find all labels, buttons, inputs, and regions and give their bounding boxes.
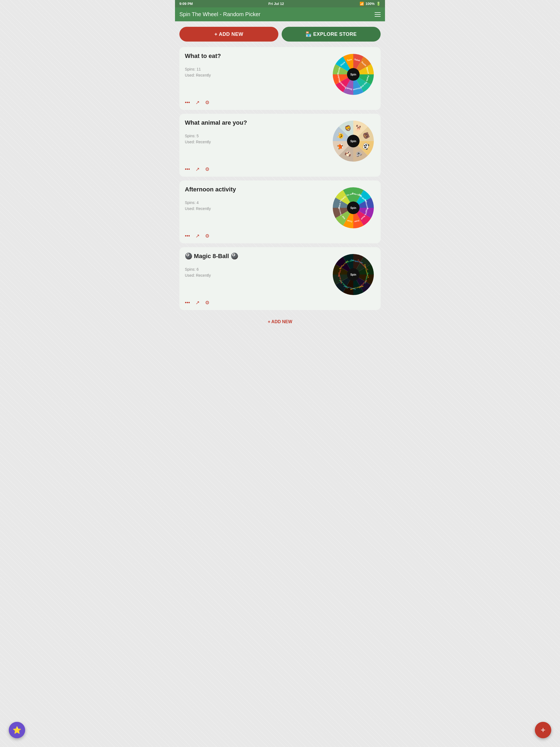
main-content: + ADD NEW 🏪 EXPLORE STORE What to eat? S… xyxy=(175,21,385,335)
settings-icon-animal[interactable]: ⚙ xyxy=(205,166,209,172)
card-stats-animal: Spins: 5 Used: Recently xyxy=(185,133,329,145)
used-animal: Used: Recently xyxy=(185,139,329,145)
card-info-animal: What animal are you? Spins: 5 Used: Rece… xyxy=(185,119,329,145)
more-options-icon-animal[interactable]: ••• xyxy=(185,166,190,172)
hamburger-line-2 xyxy=(375,14,381,15)
wheel-thumb-magic8: My reply is no As I see it yes Most like… xyxy=(331,253,375,297)
card-stats-magic8: Spins: 6 Used: Recently xyxy=(185,266,329,279)
card-actions-animal: ••• ↗ ⚙ xyxy=(185,166,375,172)
spins-activity: Spins: 4 xyxy=(185,200,329,206)
status-bar: 9:09 PM Fri Jul 12 📶 100% 🔋 xyxy=(175,0,385,7)
share-icon-magic8[interactable]: ↗ xyxy=(196,300,200,306)
svg-text:Spin: Spin xyxy=(350,206,356,209)
battery-icon: 🔋 xyxy=(376,2,381,6)
battery-label: 100% xyxy=(365,2,375,6)
wheel-card-activity[interactable]: Afternoon activity Spins: 4 Used: Recent… xyxy=(179,180,381,243)
hamburger-menu-button[interactable] xyxy=(375,12,381,17)
settings-icon-activity[interactable]: ⚙ xyxy=(205,233,209,239)
settings-icon-eat[interactable]: ⚙ xyxy=(205,100,209,106)
wheel-thumb-animal: 🦁 🐕 🐻 🐼 🐨 🐶 🦊 🐱 Spin xyxy=(331,119,375,163)
wheel-svg-eat: Burrito Pizza Taco Salad Sushi Bacon Pas… xyxy=(331,52,375,96)
more-options-icon-magic8[interactable]: ••• xyxy=(185,300,190,306)
used-eat: Used: Recently xyxy=(185,72,329,78)
wheel-thumb-activity: Watch TV Party Go out Bake food Play gam… xyxy=(331,186,375,230)
card-actions-eat: ••• ↗ ⚙ xyxy=(185,100,375,106)
svg-text:Spin: Spin xyxy=(350,140,356,143)
share-icon-animal[interactable]: ↗ xyxy=(196,166,200,172)
spins-magic8: Spins: 6 xyxy=(185,266,329,272)
card-title-activity: Afternoon activity xyxy=(185,186,329,193)
card-info: What to eat? Spins: 11 Used: Recently xyxy=(185,52,329,78)
bottom-add-new-button[interactable]: + ADD NEW xyxy=(179,314,381,330)
add-new-button[interactable]: + ADD NEW xyxy=(179,27,278,42)
card-actions-activity: ••• ↗ ⚙ xyxy=(185,233,375,239)
settings-icon-magic8[interactable]: ⚙ xyxy=(205,300,209,306)
svg-text:Spin: Spin xyxy=(350,273,356,276)
wheel-card-what-to-eat[interactable]: What to eat? Spins: 11 Used: Recently xyxy=(179,47,381,110)
wheel-svg-animal: 🦁 🐕 🐻 🐼 🐨 🐶 🦊 🐱 Spin xyxy=(331,119,375,163)
hamburger-line-3 xyxy=(375,16,381,17)
card-title-eat: What to eat? xyxy=(185,52,329,60)
card-stats-activity: Spins: 4 Used: Recently xyxy=(185,200,329,212)
status-date: Fri Jul 12 xyxy=(268,2,284,6)
explore-store-button[interactable]: 🏪 EXPLORE STORE xyxy=(282,27,381,42)
more-options-icon-eat[interactable]: ••• xyxy=(185,100,190,106)
card-top: What to eat? Spins: 11 Used: Recently xyxy=(185,52,375,96)
action-buttons-row: + ADD NEW 🏪 EXPLORE STORE xyxy=(179,27,381,42)
card-info-magic8: 🎱 Magic 8-Ball 🎱 Spins: 6 Used: Recently xyxy=(185,253,329,279)
card-top-animal: What animal are you? Spins: 5 Used: Rece… xyxy=(185,119,375,163)
wheel-card-magic8[interactable]: 🎱 Magic 8-Ball 🎱 Spins: 6 Used: Recently xyxy=(179,247,381,310)
used-activity: Used: Recently xyxy=(185,206,329,212)
app-title: Spin The Wheel - Random Picker xyxy=(179,11,260,18)
spins-eat: Spins: 11 xyxy=(185,66,329,72)
app-header: Spin The Wheel - Random Picker xyxy=(175,7,385,21)
card-title-animal: What animal are you? xyxy=(185,119,329,126)
share-icon-activity[interactable]: ↗ xyxy=(196,233,200,239)
card-top-magic8: 🎱 Magic 8-Ball 🎱 Spins: 6 Used: Recently xyxy=(185,253,375,297)
wheel-card-animal[interactable]: What animal are you? Spins: 5 Used: Rece… xyxy=(179,114,381,177)
card-actions-magic8: ••• ↗ ⚙ xyxy=(185,300,375,306)
status-right: 📶 100% 🔋 xyxy=(360,2,381,6)
card-top-activity: Afternoon activity Spins: 4 Used: Recent… xyxy=(185,186,375,230)
used-magic8: Used: Recently xyxy=(185,272,329,278)
spins-animal: Spins: 5 xyxy=(185,133,329,139)
wheel-svg-magic8: My reply is no As I see it yes Most like… xyxy=(331,253,375,297)
wheel-svg-activity: Watch TV Party Go out Bake food Play gam… xyxy=(331,186,375,230)
svg-text:Spin: Spin xyxy=(350,73,356,76)
hamburger-line-1 xyxy=(375,12,381,13)
card-info-activity: Afternoon activity Spins: 4 Used: Recent… xyxy=(185,186,329,212)
wifi-icon: 📶 xyxy=(360,2,364,6)
more-options-icon-activity[interactable]: ••• xyxy=(185,233,190,239)
status-time: 9:09 PM xyxy=(179,2,193,6)
share-icon-eat[interactable]: ↗ xyxy=(196,100,200,106)
card-stats-eat: Spins: 11 Used: Recently xyxy=(185,66,329,78)
wheel-thumb-eat: Burrito Pizza Taco Salad Sushi Bacon Pas… xyxy=(331,52,375,96)
card-title-magic8: 🎱 Magic 8-Ball 🎱 xyxy=(185,253,329,260)
